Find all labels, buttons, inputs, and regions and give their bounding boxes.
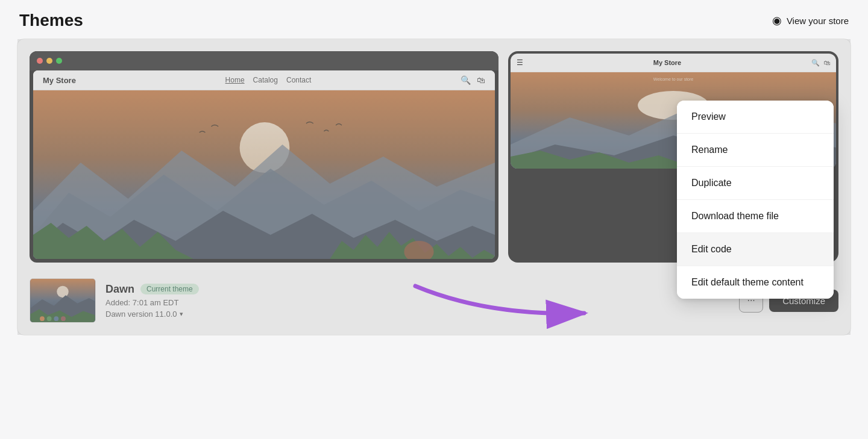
theme-added: Added: 7:01 am EDT [105, 298, 199, 307]
svg-point-18 [47, 316, 52, 321]
dropdown-item-preview[interactable]: Preview [677, 101, 834, 134]
chevron-down-icon: ▾ [180, 310, 183, 318]
theme-thumbnail [30, 278, 96, 323]
theme-name: Dawn [105, 283, 134, 296]
mockup-bar [30, 51, 498, 70]
desktop-mockup: My Store Home Catalog Contact 🔍 🛍 Welcom… [30, 51, 498, 263]
mobile-cart-icon: 🛍 [823, 59, 830, 67]
dot-yellow [46, 58, 52, 64]
nav-catalog: Catalog [253, 76, 278, 84]
theme-details: Dawn Current theme Added: 7:01 am EDT Da… [105, 283, 199, 319]
store-brand: My Store [43, 76, 76, 85]
svg-point-14 [57, 286, 68, 297]
page-title: Themes [19, 11, 83, 30]
browser-nav: My Store Home Catalog Contact 🔍 🛍 [33, 70, 495, 90]
hero-illustration [33, 90, 495, 259]
mobile-search-icon: 🔍 [811, 59, 820, 67]
nav-home: Home [225, 76, 245, 84]
dropdown-item-download[interactable]: Download theme file [677, 200, 834, 233]
theme-name-row: Dawn Current theme [105, 283, 199, 296]
search-icon: 🔍 [461, 75, 471, 85]
browser-hero: Welcome to our store [33, 90, 495, 259]
dot-green [56, 58, 62, 64]
nav-contact: Contact [286, 76, 311, 84]
thumbnail-image [30, 279, 95, 322]
current-theme-badge: Current theme [140, 284, 199, 294]
page-header: Themes ◉ View your store [0, 0, 868, 39]
cart-icon: 🛍 [477, 75, 485, 85]
dropdown-item-duplicate[interactable]: Duplicate [677, 167, 834, 200]
dropdown-menu: Preview Rename Duplicate Download theme … [677, 101, 834, 299]
dropdown-item-rename[interactable]: Rename [677, 134, 834, 167]
nav-icons: 🔍 🛍 [461, 75, 485, 85]
mobile-store-name: My Store [653, 59, 681, 66]
dropdown-item-edit-code[interactable]: Edit code [677, 233, 834, 266]
dot-red [37, 58, 43, 64]
view-store-button[interactable]: ◉ View your store [772, 14, 849, 27]
mobile-hamburger-icon: ☰ [517, 58, 523, 67]
theme-card: My Store Home Catalog Contact 🔍 🛍 Welcom… [17, 39, 851, 335]
dropdown-item-edit-content[interactable]: Edit default theme content [677, 266, 834, 299]
theme-info-left: Dawn Current theme Added: 7:01 am EDT Da… [30, 278, 199, 323]
mobile-nav-right: 🔍 🛍 [811, 59, 830, 67]
theme-version[interactable]: Dawn version 11.0.0 ▾ [105, 310, 199, 319]
svg-point-17 [40, 316, 45, 321]
eye-icon: ◉ [772, 14, 782, 27]
version-text: Dawn version 11.0.0 [105, 310, 177, 319]
mobile-nav: ☰ My Store 🔍 🛍 [511, 54, 836, 72]
mobile-hero-text: Welcome to our store [653, 77, 693, 81]
nav-links: Home Catalog Contact [225, 76, 312, 84]
view-store-label: View your store [787, 16, 849, 26]
browser-content: My Store Home Catalog Contact 🔍 🛍 Welcom… [33, 70, 495, 259]
svg-point-19 [54, 316, 58, 321]
svg-point-20 [61, 316, 66, 321]
